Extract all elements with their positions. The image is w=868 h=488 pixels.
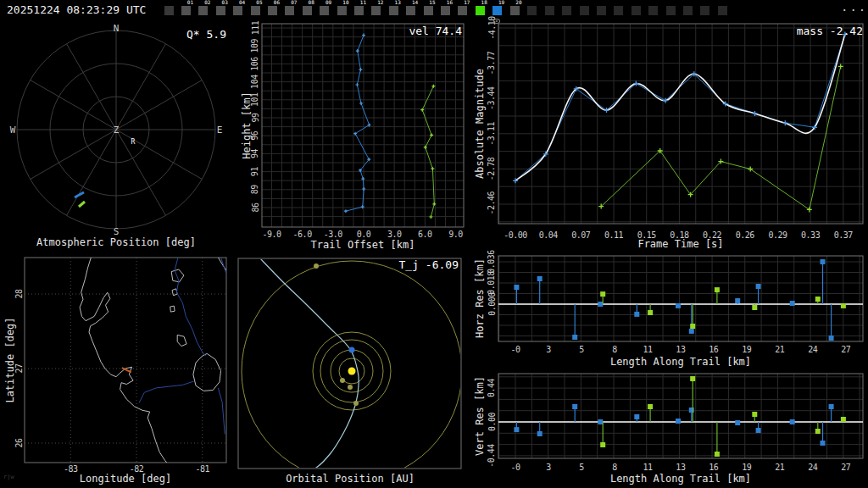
plot-border <box>25 258 226 463</box>
frame-thumb-extra-1[interactable] <box>527 6 537 15</box>
frame-thumb-13[interactable]: 13 <box>389 6 398 15</box>
coastline <box>171 269 184 282</box>
top-bar: 0102030405060708091011121314151617181920… <box>0 0 868 21</box>
horz-xlabel: Length Along Trail [km] <box>610 356 751 368</box>
tick-label: -3.0 <box>324 230 343 239</box>
azimuth-spoke <box>116 130 202 180</box>
coastline <box>80 258 167 463</box>
obs-green-marker <box>807 207 812 212</box>
frame-thumb-extra-4[interactable] <box>580 6 589 15</box>
tick-label: -3.77 <box>487 51 497 75</box>
azimuth-spoke <box>116 130 166 215</box>
station-green-marker <box>430 133 433 136</box>
frame-thumb-extra-7[interactable] <box>632 6 641 15</box>
tick-label: 0.018 <box>487 271 497 295</box>
frame-thumb-extra-11[interactable] <box>700 6 709 15</box>
tick-label: 28 <box>14 289 24 299</box>
track-green <box>79 202 85 207</box>
frame-thumb-extra-8[interactable] <box>648 6 658 15</box>
station-green-marker <box>431 167 434 170</box>
horz-blue-marker <box>821 259 826 264</box>
trail-ylabel: Height [km] <box>241 92 253 158</box>
frame-thumb-10[interactable]: 10 <box>337 6 347 15</box>
frame-thumb-05[interactable]: 05 <box>251 6 260 15</box>
vert-blue-marker <box>598 419 603 424</box>
frame-number: 20 <box>515 0 521 5</box>
horz-green-marker <box>815 297 821 302</box>
horz-green-marker <box>841 303 846 308</box>
radiant-marker: R <box>131 138 136 146</box>
frame-thumb-08[interactable]: 08 <box>303 6 312 15</box>
tick-label: 111 <box>251 20 260 35</box>
horz-green-marker <box>600 291 605 297</box>
frame-thumb-extra-5[interactable] <box>597 6 606 15</box>
station-blue-marker <box>359 102 363 105</box>
vert-blue-marker <box>572 404 577 409</box>
tick-label: 0.29 <box>768 230 787 240</box>
frame-thumb-15[interactable]: 15 <box>424 6 433 15</box>
frame-thumb-12[interactable]: 12 <box>371 6 381 15</box>
mag-xlabel: Frame Time [s] <box>637 238 723 250</box>
frame-thumb-pre[interactable] <box>164 6 174 15</box>
menu-ellipsis-button[interactable]: ... <box>841 0 867 14</box>
frame-number: 08 <box>309 0 314 5</box>
azimuth-spoke <box>116 80 202 130</box>
magnitude-chart: -0.000.040.070.110.150.180.220.260.290.3… <box>487 16 864 240</box>
frame-number: 06 <box>274 0 280 5</box>
tick-label: 8 <box>612 463 617 472</box>
frame-thumb-14[interactable]: 14 <box>406 6 415 15</box>
visibility-eye-icon[interactable] <box>493 19 500 24</box>
vert-green-marker <box>815 429 821 434</box>
obs-green-marker <box>838 64 843 69</box>
frame-number: 19 <box>498 0 504 5</box>
frame-thumb-02[interactable]: 02 <box>198 6 208 15</box>
tick-label: 86 <box>251 202 260 213</box>
azimuth-spoke <box>67 44 117 130</box>
river <box>175 258 206 356</box>
frame-thumb-18[interactable]: 18 <box>476 6 485 15</box>
frame-number: 01 <box>187 0 193 5</box>
frame-thumb-extra-3[interactable] <box>562 6 571 15</box>
frame-thumb-04[interactable]: 04 <box>233 6 242 15</box>
tick-label: 0.00 <box>487 412 497 431</box>
tick-label: 27 <box>841 345 851 354</box>
frame-thumb-01[interactable]: 01 <box>181 6 191 15</box>
tick-label: 8 <box>612 345 617 354</box>
vert-blue-marker <box>689 408 694 413</box>
horz-blue-marker <box>790 301 795 306</box>
frame-thumb-06[interactable]: 06 <box>268 6 277 15</box>
frame-thumb-03[interactable]: 03 <box>216 6 225 15</box>
plot-border <box>498 24 863 224</box>
compass-east-label: E <box>217 125 223 136</box>
frame-number: 13 <box>395 0 401 5</box>
station-blue-marker <box>361 177 364 180</box>
frame-thumb-extra-6[interactable] <box>614 6 623 15</box>
tick-label: 21 <box>775 345 785 354</box>
frame-thumb-extra-9[interactable] <box>666 6 676 15</box>
station-green-marker <box>431 85 435 88</box>
frame-number: 17 <box>464 0 470 5</box>
vert-res-chart: -0358111316192124270.440.00-0.44 <box>487 374 864 472</box>
planet-dot <box>340 378 345 383</box>
frame-thumb-17[interactable]: 17 <box>458 6 467 15</box>
frame-number: 12 <box>377 0 383 5</box>
river <box>221 258 226 274</box>
horz-blue-marker <box>572 335 577 340</box>
orbit-chart <box>238 257 462 481</box>
frame-thumb-19[interactable]: 19 <box>492 6 502 15</box>
tick-label: 19 <box>742 345 752 354</box>
frame-thumb-09[interactable]: 09 <box>320 6 329 15</box>
frame-thumb-07[interactable]: 07 <box>285 6 294 15</box>
frame-thumb-extra-2[interactable] <box>545 6 554 15</box>
tick-label: 3.0 <box>387 230 402 239</box>
obs-green-line <box>601 66 841 209</box>
frame-thumb-11[interactable]: 11 <box>354 6 364 15</box>
frame-thumb-extra-12[interactable] <box>718 6 727 15</box>
frame-thumb-16[interactable]: 16 <box>441 6 450 15</box>
station-green-marker <box>429 215 432 219</box>
frame-thumb-extra-10[interactable] <box>683 6 693 15</box>
frame-thumb-20[interactable]: 20 <box>510 6 520 15</box>
trail-offset-panel: -9.0-6.0-3.00.03.06.09.08689919496991011… <box>237 21 475 254</box>
meteoroid-trajectory <box>259 257 359 472</box>
horz-blue-marker <box>634 312 639 317</box>
